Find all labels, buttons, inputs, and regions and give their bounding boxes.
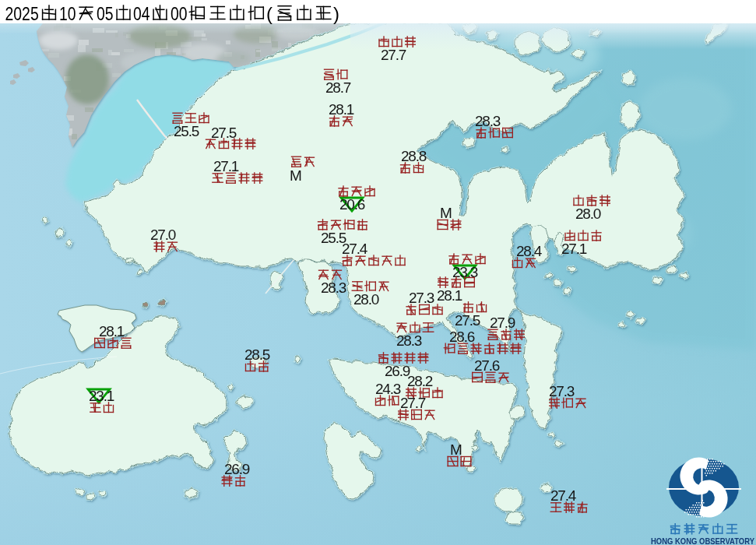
svg-text:28.0: 28.0: [575, 206, 601, 222]
svg-text:24.3: 24.3: [375, 381, 401, 397]
svg-text:HONG KONG OBSERVATORY: HONG KONG OBSERVATORY: [651, 536, 754, 545]
svg-text:10: 10: [59, 3, 76, 24]
svg-text:04: 04: [133, 3, 150, 24]
svg-text:28.8: 28.8: [401, 148, 427, 164]
svg-text:27.7: 27.7: [381, 47, 406, 63]
svg-text:26.9: 26.9: [385, 363, 410, 379]
svg-text:(: (: [266, 3, 273, 24]
svg-text:28.3: 28.3: [396, 332, 422, 349]
svg-text:28.7: 28.7: [325, 79, 351, 96]
svg-text:28.4: 28.4: [516, 243, 543, 259]
svg-text:26.9: 26.9: [224, 461, 250, 477]
svg-text:M: M: [440, 205, 452, 221]
svg-text:00: 00: [171, 3, 188, 24]
svg-text:28.0: 28.0: [353, 291, 379, 308]
svg-text:27.0: 27.0: [150, 227, 176, 243]
svg-text:M: M: [290, 167, 302, 184]
svg-text:2025: 2025: [5, 3, 39, 24]
svg-text:27.3: 27.3: [409, 290, 434, 306]
svg-text:25.5: 25.5: [174, 123, 199, 139]
svg-text:28.2: 28.2: [407, 373, 433, 389]
svg-text:27.7: 27.7: [400, 395, 426, 411]
svg-text:20.6: 20.6: [339, 196, 365, 213]
svg-text:28.3: 28.3: [475, 113, 501, 129]
svg-text:28.1: 28.1: [437, 287, 462, 304]
svg-text:28.3: 28.3: [321, 280, 346, 296]
svg-text:27.9: 27.9: [490, 315, 515, 331]
svg-text:28.6: 28.6: [449, 329, 475, 345]
svg-text:23.1: 23.1: [89, 388, 114, 404]
svg-text:27.1: 27.1: [561, 241, 587, 257]
svg-text:M: M: [450, 441, 462, 458]
svg-text:27.4: 27.4: [342, 241, 368, 257]
svg-text:27.6: 27.6: [474, 357, 500, 374]
svg-text:27.5: 27.5: [455, 312, 480, 329]
svg-text:27.1: 27.1: [213, 158, 239, 174]
svg-text:05: 05: [97, 3, 114, 24]
svg-text:28.5: 28.5: [244, 346, 270, 363]
svg-text:28.1: 28.1: [329, 101, 354, 118]
svg-text:27.4: 27.4: [550, 487, 577, 504]
svg-text:28.1: 28.1: [99, 323, 125, 339]
svg-text:): ): [333, 3, 339, 24]
svg-text:27.3: 27.3: [549, 383, 575, 399]
